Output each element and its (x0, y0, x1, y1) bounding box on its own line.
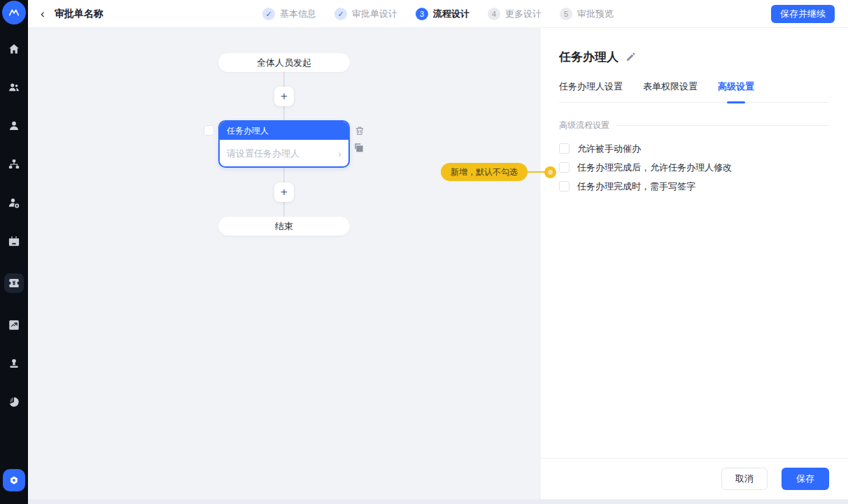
delete-node-icon[interactable] (354, 125, 365, 136)
panel-title: 任务办理人 (559, 49, 619, 65)
task-node[interactable]: 任务办理人 请设置任务办理人 › (218, 120, 350, 168)
save-and-continue-button[interactable]: 保存并继续 (771, 5, 835, 23)
back-chevron-icon[interactable]: ‹ (41, 8, 45, 20)
step-number-badge: 5 (560, 8, 572, 20)
calendar-icon[interactable] (8, 235, 20, 247)
step-form-design[interactable]: ✓ 审批单设计 (334, 8, 397, 20)
app-sidebar (0, 0, 28, 504)
step-flow-design[interactable]: 3 流程设计 (416, 8, 469, 20)
section-divider (616, 125, 829, 126)
option-require-signature[interactable]: 任务办理完成时，需手写签字 (559, 181, 829, 192)
app-logo[interactable] (2, 1, 26, 24)
task-assignee-selector[interactable]: 请设置任务办理人 › (220, 140, 348, 168)
section-label: 高级流程设置 (559, 120, 609, 131)
advanced-flow-section: 高级流程设置 (559, 120, 829, 131)
top-header: ‹ 审批单名称 ✓ 基本信息 ✓ 审批单设计 3 流程设计 4 更多设计 5 审… (28, 0, 848, 28)
step-basic-info[interactable]: ✓ 基本信息 (262, 8, 316, 20)
checkbox[interactable] (559, 162, 570, 173)
end-node[interactable]: 结束 (218, 217, 350, 236)
guide-tooltip-dot (544, 166, 556, 178)
panel-tabs: 任务办理人设置 表单权限设置 高级设置 (559, 80, 829, 103)
settings-gear-icon[interactable] (3, 469, 25, 491)
task-node-title: 任务办理人 (220, 122, 348, 140)
checkbox[interactable] (559, 181, 570, 192)
user-add-icon[interactable] (8, 196, 20, 209)
home-icon[interactable] (8, 43, 20, 55)
expense-ticket-icon[interactable] (4, 273, 24, 293)
start-node[interactable]: 全体人员发起 (218, 53, 350, 72)
checkbox[interactable] (559, 143, 570, 154)
task-node-checkbox[interactable] (204, 125, 214, 136)
chevron-right-icon: › (338, 148, 341, 159)
copy-node-icon[interactable] (353, 142, 365, 153)
step-indicator: ✓ 基本信息 ✓ 审批单设计 3 流程设计 4 更多设计 5 审批预览 (262, 0, 614, 28)
step-number-badge: 3 (416, 8, 428, 20)
stamp-icon[interactable] (8, 357, 20, 370)
tab-assignee-settings[interactable]: 任务办理人设置 (559, 80, 623, 102)
cancel-button[interactable]: 取消 (721, 468, 768, 490)
tab-form-permissions[interactable]: 表单权限设置 (643, 80, 698, 102)
option-allow-manual-urge[interactable]: 允许被手动催办 (559, 143, 829, 154)
option-list: 允许被手动催办 任务办理完成后，允许任务办理人修改 任务办理完成时，需手写签字 (559, 143, 829, 192)
panel-footer: 取消 保存 (541, 458, 848, 499)
flow-canvas[interactable]: 全体人员发起 + 任务办理人 请设置任务办理人 › + 结束 (28, 28, 541, 504)
task-assignee-placeholder: 请设置任务办理人 (227, 147, 299, 160)
option-allow-modify-after-done[interactable]: 任务办理完成后，允许任务办理人修改 (559, 162, 829, 173)
edit-pencil-icon[interactable] (626, 52, 636, 62)
step-number-badge: 4 (488, 8, 500, 20)
step-more-design[interactable]: 4 更多设计 (488, 8, 542, 20)
page-title: 审批单名称 (55, 8, 104, 20)
pie-chart-icon[interactable] (8, 396, 20, 408)
team-icon[interactable] (8, 81, 20, 94)
step-preview[interactable]: 5 审批预览 (560, 8, 614, 20)
node-settings-panel: 任务办理人 任务办理人设置 表单权限设置 高级设置 高级流程设置 允许被手动催办… (541, 28, 848, 499)
check-icon: ✓ (262, 8, 275, 20)
report-icon[interactable] (8, 319, 20, 331)
add-node-button-bottom[interactable]: + (274, 182, 294, 202)
contact-icon[interactable] (8, 120, 20, 132)
bottom-strip (28, 499, 848, 504)
save-button[interactable]: 保存 (782, 468, 829, 490)
guide-tooltip: 新增，默认不勾选 (441, 163, 528, 181)
add-node-button-top[interactable]: + (274, 87, 294, 106)
check-icon: ✓ (334, 8, 347, 20)
guide-tooltip-line (518, 171, 546, 173)
org-chart-icon[interactable] (8, 158, 20, 171)
tab-advanced-settings[interactable]: 高级设置 (718, 80, 754, 102)
